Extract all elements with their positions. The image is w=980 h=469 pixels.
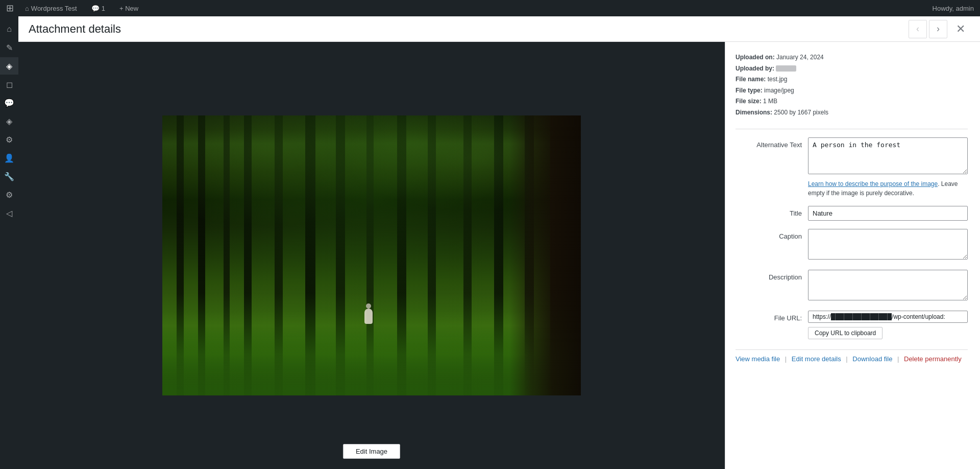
sidebar: ⌂ ✎ ◈ ◻ 💬 ◈ ⚙ 👤 🔧 ⚙ ◁ — [0, 16, 18, 469]
admin-bar-howdy: Howdy, admin — [933, 5, 974, 12]
sidebar-icon-tools[interactable]: 🔧 — [0, 168, 18, 185]
forest-figure — [363, 303, 374, 324]
chevron-left-icon: ‹ — [916, 24, 919, 34]
attachment-image — [162, 115, 581, 395]
sidebar-icon-plugins[interactable]: ⚙ — [0, 131, 18, 148]
sidebar-icon-collapse[interactable]: ◁ — [0, 204, 18, 222]
alt-text-learn-link[interactable]: Learn how to describe the purpose of the… — [808, 180, 938, 187]
attachment-details-modal: Attachment details ‹ › ✕ Edi — [18, 16, 980, 469]
sidebar-icon-comments[interactable]: 💬 — [0, 94, 18, 111]
title-input[interactable] — [808, 206, 968, 221]
file-type: File type: image/jpeg — [736, 85, 968, 97]
caption-label: Caption — [736, 229, 802, 241]
description-label: Description — [736, 270, 802, 282]
caption-wrap — [808, 229, 968, 262]
comment-icon: 💬 — [91, 5, 100, 12]
admin-bar-new[interactable]: + New — [116, 0, 141, 16]
description-input[interactable] — [808, 270, 968, 300]
admin-bar-comments[interactable]: 💬 1 — [88, 0, 108, 16]
alt-text-row: Alternative Text Learn how to describe t… — [736, 137, 968, 198]
chevron-right-icon: › — [937, 24, 940, 34]
file-info: Uploaded on: January 24, 2024 Uploaded b… — [736, 52, 968, 119]
close-icon: ✕ — [956, 22, 965, 36]
edit-image-button[interactable]: Edit Image — [343, 444, 400, 459]
sidebar-icon-dashboard[interactable]: ⌂ — [0, 20, 18, 38]
file-url-row: File URL: Copy URL to clipboard — [736, 311, 968, 339]
sidebar-icon-pages[interactable]: ◻ — [0, 76, 18, 93]
forest-light — [162, 115, 581, 284]
modal-title: Attachment details — [29, 22, 909, 36]
description-row: Description — [736, 270, 968, 302]
dimensions: Dimensions: 2500 by 1667 pixels — [736, 107, 968, 119]
sidebar-icon-edit[interactable]: ✎ — [0, 39, 18, 56]
form-divider — [736, 129, 968, 129]
file-url-wrap: Copy URL to clipboard — [808, 311, 968, 339]
modal-navigation: ‹ › — [909, 20, 947, 38]
description-wrap — [808, 270, 968, 302]
caption-input[interactable] — [808, 229, 968, 260]
alt-text-label: Alternative Text — [736, 137, 802, 150]
image-container — [162, 115, 581, 395]
sidebar-icon-appearance[interactable]: ◈ — [0, 112, 18, 130]
sep-1: | — [785, 355, 787, 363]
prev-attachment-button[interactable]: ‹ — [909, 20, 927, 38]
file-url-input[interactable] — [808, 311, 968, 323]
sep-2: | — [846, 355, 847, 363]
wp-logo-icon: ⊞ — [6, 3, 14, 14]
admin-bar: ⊞ ⌂ Wordpress Test 💬 1 + New Howdy, admi… — [0, 0, 980, 16]
uploaded-by: Uploaded by: — [736, 63, 968, 75]
file-name: File name: test.jpg — [736, 74, 968, 85]
modal-header: Attachment details ‹ › ✕ — [18, 16, 980, 42]
footer-links: View media file | Edit more details | Do… — [736, 349, 968, 363]
sidebar-icon-media[interactable]: ◈ — [0, 57, 18, 75]
alt-text-hint: Learn how to describe the purpose of the… — [808, 179, 968, 198]
title-label: Title — [736, 206, 802, 218]
modal-body: Edit Image Uploaded on: January 24, 2024… — [18, 42, 980, 469]
copy-url-button[interactable]: Copy URL to clipboard — [808, 327, 883, 339]
admin-bar-site-name[interactable]: ⌂ Wordpress Test — [22, 0, 80, 16]
close-modal-button[interactable]: ✕ — [951, 20, 970, 38]
sidebar-icon-users[interactable]: 👤 — [0, 149, 18, 167]
delete-permanently-link[interactable]: Delete permanently — [904, 355, 962, 363]
image-pane: Edit Image — [18, 42, 725, 469]
caption-row: Caption — [736, 229, 968, 262]
alt-text-wrap: Learn how to describe the purpose of the… — [808, 137, 968, 198]
alt-text-input[interactable] — [808, 137, 968, 174]
username-redacted — [776, 65, 796, 72]
edit-more-details-link[interactable]: Edit more details — [792, 355, 841, 363]
title-wrap — [808, 206, 968, 221]
next-attachment-button[interactable]: › — [929, 20, 947, 38]
home-icon: ⌂ — [25, 5, 29, 12]
uploaded-on: Uploaded on: January 24, 2024 — [736, 52, 968, 63]
file-url-label: File URL: — [736, 311, 802, 323]
title-row: Title — [736, 206, 968, 221]
sidebar-icon-settings[interactable]: ⚙ — [0, 186, 18, 203]
file-size: File size: 1 MB — [736, 96, 968, 107]
details-pane: Uploaded on: January 24, 2024 Uploaded b… — [725, 42, 980, 469]
download-file-link[interactable]: Download file — [852, 355, 892, 363]
view-media-link[interactable]: View media file — [736, 355, 780, 363]
sep-3: | — [897, 355, 899, 363]
